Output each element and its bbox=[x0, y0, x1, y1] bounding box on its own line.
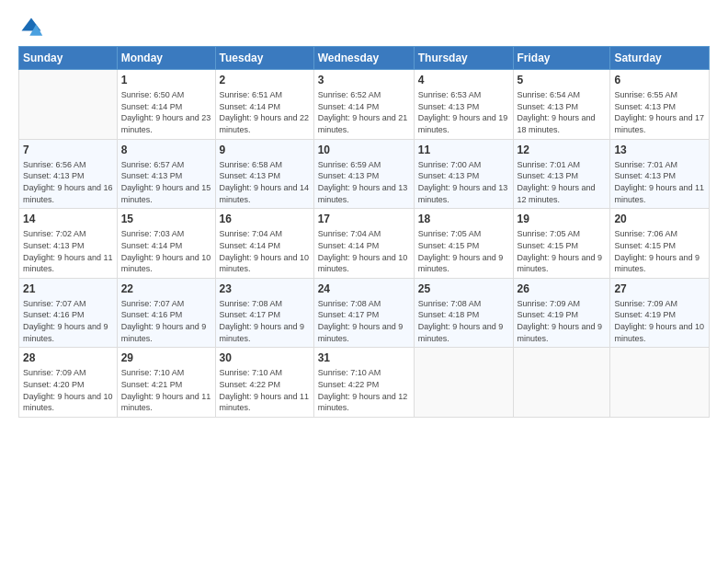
calendar: SundayMondayTuesdayWednesdayThursdayFrid… bbox=[18, 46, 710, 418]
day-info: Sunrise: 7:06 AMSunset: 4:15 PMDaylight:… bbox=[614, 228, 705, 274]
day-number: 24 bbox=[318, 282, 410, 296]
day-number: 7 bbox=[23, 143, 113, 157]
day-info: Sunrise: 7:04 AMSunset: 4:14 PMDaylight:… bbox=[318, 228, 410, 274]
calendar-cell: 21Sunrise: 7:07 AMSunset: 4:16 PMDayligh… bbox=[19, 278, 118, 348]
day-number: 9 bbox=[220, 143, 310, 157]
day-info: Sunrise: 7:10 AMSunset: 4:22 PMDaylight:… bbox=[318, 367, 410, 413]
calendar-cell: 28Sunrise: 7:09 AMSunset: 4:20 PMDayligh… bbox=[19, 348, 118, 418]
day-info: Sunrise: 6:59 AMSunset: 4:13 PMDaylight:… bbox=[318, 159, 410, 205]
day-number: 2 bbox=[220, 73, 310, 87]
day-number: 21 bbox=[23, 282, 113, 296]
day-number: 10 bbox=[318, 143, 410, 157]
day-number: 20 bbox=[614, 212, 705, 226]
day-number: 3 bbox=[318, 73, 410, 87]
day-info: Sunrise: 7:09 AMSunset: 4:19 PMDaylight:… bbox=[614, 298, 705, 344]
calendar-cell: 20Sunrise: 7:06 AMSunset: 4:15 PMDayligh… bbox=[610, 209, 710, 279]
calendar-cell: 26Sunrise: 7:09 AMSunset: 4:19 PMDayligh… bbox=[513, 278, 610, 348]
day-info: Sunrise: 6:50 AMSunset: 4:14 PMDaylight:… bbox=[121, 89, 211, 135]
day-number: 17 bbox=[318, 212, 410, 226]
calendar-cell: 2Sunrise: 6:51 AMSunset: 4:14 PMDaylight… bbox=[215, 70, 313, 140]
header bbox=[18, 15, 710, 40]
calendar-week-row: 14Sunrise: 7:02 AMSunset: 4:13 PMDayligh… bbox=[19, 209, 710, 279]
calendar-cell bbox=[414, 348, 513, 418]
weekday-header-wednesday: Wednesday bbox=[313, 47, 414, 70]
calendar-cell bbox=[19, 70, 118, 140]
day-number: 15 bbox=[121, 212, 211, 226]
day-info: Sunrise: 7:00 AMSunset: 4:13 PMDaylight:… bbox=[418, 159, 509, 205]
logo-icon bbox=[18, 15, 44, 40]
day-number: 1 bbox=[121, 73, 211, 87]
day-info: Sunrise: 6:54 AMSunset: 4:13 PMDaylight:… bbox=[518, 89, 607, 135]
calendar-cell: 17Sunrise: 7:04 AMSunset: 4:14 PMDayligh… bbox=[313, 209, 414, 279]
calendar-header-row: SundayMondayTuesdayWednesdayThursdayFrid… bbox=[19, 47, 710, 70]
weekday-header-monday: Monday bbox=[117, 47, 215, 70]
day-info: Sunrise: 6:53 AMSunset: 4:13 PMDaylight:… bbox=[418, 89, 509, 135]
day-info: Sunrise: 6:56 AMSunset: 4:13 PMDaylight:… bbox=[23, 159, 113, 205]
day-number: 29 bbox=[121, 350, 211, 365]
day-number: 19 bbox=[518, 212, 607, 226]
day-number: 13 bbox=[614, 143, 705, 157]
day-info: Sunrise: 7:08 AMSunset: 4:17 PMDaylight:… bbox=[318, 298, 410, 344]
calendar-cell: 15Sunrise: 7:03 AMSunset: 4:14 PMDayligh… bbox=[117, 209, 215, 279]
day-number: 11 bbox=[418, 143, 509, 157]
calendar-cell: 3Sunrise: 6:52 AMSunset: 4:14 PMDaylight… bbox=[313, 70, 414, 140]
weekday-header-thursday: Thursday bbox=[414, 47, 513, 70]
calendar-cell: 18Sunrise: 7:05 AMSunset: 4:15 PMDayligh… bbox=[414, 209, 513, 279]
day-info: Sunrise: 7:05 AMSunset: 4:15 PMDaylight:… bbox=[418, 228, 509, 274]
day-info: Sunrise: 7:09 AMSunset: 4:19 PMDaylight:… bbox=[518, 298, 607, 344]
day-info: Sunrise: 6:52 AMSunset: 4:14 PMDaylight:… bbox=[318, 89, 410, 135]
calendar-cell: 5Sunrise: 6:54 AMSunset: 4:13 PMDaylight… bbox=[513, 70, 610, 140]
calendar-cell: 9Sunrise: 6:58 AMSunset: 4:13 PMDaylight… bbox=[215, 139, 313, 209]
day-info: Sunrise: 7:05 AMSunset: 4:15 PMDaylight:… bbox=[518, 228, 607, 274]
day-number: 28 bbox=[23, 350, 113, 365]
day-number: 8 bbox=[121, 143, 211, 157]
calendar-cell: 7Sunrise: 6:56 AMSunset: 4:13 PMDaylight… bbox=[19, 139, 118, 209]
calendar-cell: 30Sunrise: 7:10 AMSunset: 4:22 PMDayligh… bbox=[215, 348, 313, 418]
calendar-cell bbox=[513, 348, 610, 418]
day-info: Sunrise: 7:08 AMSunset: 4:17 PMDaylight:… bbox=[220, 298, 310, 344]
day-info: Sunrise: 7:09 AMSunset: 4:20 PMDaylight:… bbox=[23, 367, 113, 413]
day-number: 25 bbox=[418, 282, 509, 296]
calendar-cell: 8Sunrise: 6:57 AMSunset: 4:13 PMDaylight… bbox=[117, 139, 215, 209]
day-number: 16 bbox=[220, 212, 310, 226]
day-number: 18 bbox=[418, 212, 509, 226]
day-info: Sunrise: 7:08 AMSunset: 4:18 PMDaylight:… bbox=[418, 298, 509, 344]
day-info: Sunrise: 7:01 AMSunset: 4:13 PMDaylight:… bbox=[614, 159, 705, 205]
day-number: 30 bbox=[220, 350, 310, 365]
calendar-cell: 10Sunrise: 6:59 AMSunset: 4:13 PMDayligh… bbox=[313, 139, 414, 209]
calendar-cell bbox=[610, 348, 710, 418]
calendar-cell: 13Sunrise: 7:01 AMSunset: 4:13 PMDayligh… bbox=[610, 139, 710, 209]
day-info: Sunrise: 7:07 AMSunset: 4:16 PMDaylight:… bbox=[23, 298, 113, 344]
day-number: 12 bbox=[518, 143, 607, 157]
day-number: 31 bbox=[318, 350, 410, 365]
weekday-header-sunday: Sunday bbox=[19, 47, 118, 70]
calendar-cell: 16Sunrise: 7:04 AMSunset: 4:14 PMDayligh… bbox=[215, 209, 313, 279]
calendar-cell: 31Sunrise: 7:10 AMSunset: 4:22 PMDayligh… bbox=[313, 348, 414, 418]
day-number: 5 bbox=[518, 73, 607, 87]
calendar-cell: 23Sunrise: 7:08 AMSunset: 4:17 PMDayligh… bbox=[215, 278, 313, 348]
day-info: Sunrise: 7:10 AMSunset: 4:21 PMDaylight:… bbox=[121, 367, 211, 413]
day-info: Sunrise: 6:51 AMSunset: 4:14 PMDaylight:… bbox=[220, 89, 310, 135]
day-number: 14 bbox=[23, 212, 113, 226]
day-info: Sunrise: 7:01 AMSunset: 4:13 PMDaylight:… bbox=[518, 159, 607, 205]
calendar-week-row: 7Sunrise: 6:56 AMSunset: 4:13 PMDaylight… bbox=[19, 139, 710, 209]
calendar-cell: 4Sunrise: 6:53 AMSunset: 4:13 PMDaylight… bbox=[414, 70, 513, 140]
calendar-week-row: 1Sunrise: 6:50 AMSunset: 4:14 PMDaylight… bbox=[19, 70, 710, 140]
weekday-header-saturday: Saturday bbox=[610, 47, 710, 70]
day-number: 27 bbox=[614, 282, 705, 296]
calendar-cell: 14Sunrise: 7:02 AMSunset: 4:13 PMDayligh… bbox=[19, 209, 118, 279]
calendar-cell: 24Sunrise: 7:08 AMSunset: 4:17 PMDayligh… bbox=[313, 278, 414, 348]
calendar-cell: 22Sunrise: 7:07 AMSunset: 4:16 PMDayligh… bbox=[117, 278, 215, 348]
day-number: 22 bbox=[121, 282, 211, 296]
calendar-cell: 25Sunrise: 7:08 AMSunset: 4:18 PMDayligh… bbox=[414, 278, 513, 348]
day-info: Sunrise: 7:04 AMSunset: 4:14 PMDaylight:… bbox=[220, 228, 310, 274]
calendar-cell: 11Sunrise: 7:00 AMSunset: 4:13 PMDayligh… bbox=[414, 139, 513, 209]
weekday-header-friday: Friday bbox=[513, 47, 610, 70]
day-number: 4 bbox=[418, 73, 509, 87]
weekday-header-tuesday: Tuesday bbox=[215, 47, 313, 70]
day-info: Sunrise: 7:07 AMSunset: 4:16 PMDaylight:… bbox=[121, 298, 211, 344]
day-info: Sunrise: 6:58 AMSunset: 4:13 PMDaylight:… bbox=[220, 159, 310, 205]
day-info: Sunrise: 6:55 AMSunset: 4:13 PMDaylight:… bbox=[614, 89, 705, 135]
calendar-week-row: 28Sunrise: 7:09 AMSunset: 4:20 PMDayligh… bbox=[19, 348, 710, 418]
day-info: Sunrise: 7:02 AMSunset: 4:13 PMDaylight:… bbox=[23, 228, 113, 274]
